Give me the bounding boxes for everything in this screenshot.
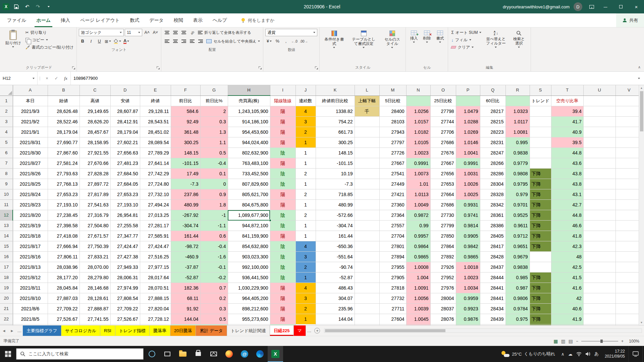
taskbar-app-at-app[interactable]: @ <box>237 346 252 362</box>
cell-D8[interactable]: 27,684.50 <box>110 169 140 179</box>
cell-O21[interactable]: 28037 <box>430 304 456 314</box>
cell-C21[interactable]: 27,888.87 <box>79 304 110 314</box>
cell-K4[interactable]: 661.73 <box>316 127 355 137</box>
cell-S7[interactable] <box>530 158 551 169</box>
cell-T6[interactable]: 44.8 <box>551 148 583 158</box>
cell-C3[interactable]: 28,626.20 <box>79 117 110 127</box>
ribbon-tab-挿入[interactable]: 挿入 <box>56 13 75 27</box>
cell-U16[interactable] <box>583 252 615 262</box>
cell-D23[interactable]: 27,488.74 <box>110 324 140 325</box>
save-button[interactable] <box>11 2 21 12</box>
align-right-button[interactable] <box>180 38 187 45</box>
clipboard-dialog-launcher[interactable] <box>72 66 75 70</box>
cell-K7[interactable]: -101.15 <box>316 158 355 169</box>
row-header-3[interactable]: 3 <box>0 117 13 127</box>
cell-J22[interactable]: 1 <box>296 314 316 324</box>
cell-L13[interactable] <box>355 221 379 231</box>
cell-A18[interactable]: 2021/8/12 <box>13 273 48 283</box>
cell-A14[interactable]: 2021/8/18 <box>13 231 48 241</box>
cell-R5[interactable]: 0.995 <box>505 137 530 148</box>
cell-E8[interactable]: 27,742.29 <box>140 169 171 179</box>
onedrive-cloud-icon[interactable]: ☁ <box>568 352 573 357</box>
cell-D4[interactable]: 28,179.04 <box>110 127 140 137</box>
collapse-ribbon-button[interactable]: ∧ <box>638 65 641 69</box>
cell-P2[interactable]: 1.0479 <box>456 106 480 117</box>
cell-C15[interactable]: 27,750.39 <box>79 241 110 252</box>
cell-B11[interactable]: 27,193.10 <box>48 200 79 210</box>
cell-K10[interactable]: 718.85 <box>316 189 355 200</box>
cell-G1[interactable]: 前日比% <box>200 96 228 106</box>
cell-P23[interactable]: 0.981 <box>456 324 480 325</box>
cell-J11[interactable]: 1 <box>296 200 316 210</box>
sheet-tab-日経225[interactable]: 日経225 <box>270 325 294 336</box>
cell-M17[interactable]: 27955 <box>379 262 406 273</box>
cell-L10[interactable] <box>355 189 379 200</box>
column-header-M[interactable]: M <box>379 85 406 96</box>
cell-E18[interactable]: 28,017.64 <box>140 273 171 283</box>
cell-T11[interactable]: 42.7 <box>551 200 583 210</box>
cell-K17[interactable]: -90.74 <box>316 262 355 273</box>
close-button[interactable]: × <box>629 0 644 13</box>
sheet-tab-トレンド統計関連[interactable]: トレンド統計関連 <box>227 325 270 336</box>
format-painter-button[interactable]: 書式のコピー/貼り付け <box>24 44 75 51</box>
ribbon-tab-ヘルプ[interactable]: ヘルプ <box>208 13 232 27</box>
cell-F2[interactable]: 584.6 <box>171 106 200 117</box>
cell-G20[interactable]: 0.2 <box>200 293 228 304</box>
cell-I7[interactable]: 陽 <box>270 158 296 169</box>
sheet-tab-累計 データ[interactable]: 累計 データ <box>196 325 227 336</box>
cell-S19[interactable]: 下降 <box>530 283 551 293</box>
cell-U18[interactable] <box>583 273 615 283</box>
cell-P12[interactable]: 0.9741 <box>456 210 480 221</box>
cell-N23[interactable]: 0.9989 <box>406 324 430 325</box>
show-desktop-button[interactable] <box>642 346 644 362</box>
cell-U20[interactable] <box>583 293 615 304</box>
cell-B20[interactable]: 27,887.03 <box>48 293 79 304</box>
cell-L15[interactable] <box>355 241 379 252</box>
column-header-T[interactable]: T <box>551 85 583 96</box>
ribbon-tab-ファイル[interactable]: ファイル <box>2 13 31 27</box>
cell-P5[interactable]: 1.0146 <box>456 137 480 148</box>
cell-A4[interactable]: 2021/9/1 <box>13 127 48 137</box>
cell-H19[interactable]: 1,030,229,900 <box>228 283 270 293</box>
cell-K22[interactable]: 144.04 <box>316 314 355 324</box>
zoom-slider-thumb[interactable] <box>600 340 603 343</box>
cell-D10[interactable]: 27,653.23 <box>110 189 140 200</box>
cell-U9[interactable] <box>583 179 615 189</box>
cell-C22[interactable]: 27,741.55 <box>79 314 110 324</box>
cell-R14[interactable]: 0.9712 <box>505 231 530 241</box>
cell-O7[interactable]: 27667 <box>430 158 456 169</box>
cell-I9[interactable]: 陰 <box>270 179 296 189</box>
cell-N11[interactable]: 1.0049 <box>406 200 430 210</box>
row-header-23[interactable]: 23 <box>0 324 13 325</box>
cell-C12[interactable]: 27,316.79 <box>79 210 110 221</box>
cell-J23[interactable]: 1 <box>296 324 316 325</box>
cell-D2[interactable]: 28,607.87 <box>110 106 140 117</box>
cell-G23[interactable]: -0.2 <box>200 324 228 325</box>
cell-E15[interactable]: 27,424.47 <box>140 241 171 252</box>
weather-widget[interactable]: 25°C くもりのち晴れ <box>497 346 558 362</box>
cell-K6[interactable]: 148.15 <box>316 148 355 158</box>
cell-M23[interactable]: 27615 <box>379 324 406 325</box>
row-header-14[interactable]: 14 <box>0 231 13 241</box>
minimize-button[interactable]: ─ <box>598 0 613 13</box>
cell-C8[interactable]: 27,828.28 <box>79 169 110 179</box>
cell-L2[interactable]: 千 <box>355 106 379 117</box>
name-box[interactable]: H12 <box>0 72 38 85</box>
column-header-N[interactable]: N <box>406 85 430 96</box>
row-header-1[interactable]: 1 <box>0 96 13 106</box>
cell-R8[interactable]: 0.9808 <box>505 169 530 179</box>
cell-D19[interactable]: 27,974.99 <box>110 283 140 293</box>
bold-button[interactable]: B <box>79 38 86 45</box>
cell-F16[interactable]: -460.9 <box>171 252 200 262</box>
cell-S13[interactable]: 下降 <box>530 221 551 231</box>
sheet-nav-left[interactable]: ◀ <box>0 325 8 336</box>
align-bottom-button[interactable] <box>180 29 187 36</box>
cell-P22[interactable]: 0.9876 <box>456 314 480 324</box>
cell-E12[interactable]: 27,013.25 <box>140 210 171 221</box>
cell-O10[interactable]: 27664 <box>430 189 456 200</box>
cell-H20[interactable]: 964,405,200 <box>228 293 270 304</box>
zoom-slider[interactable] <box>581 341 618 342</box>
cell-F21[interactable]: 91.92 <box>171 304 200 314</box>
cell-I20[interactable]: 陽 <box>270 293 296 304</box>
cell-N14[interactable]: 0.9957 <box>406 231 430 241</box>
